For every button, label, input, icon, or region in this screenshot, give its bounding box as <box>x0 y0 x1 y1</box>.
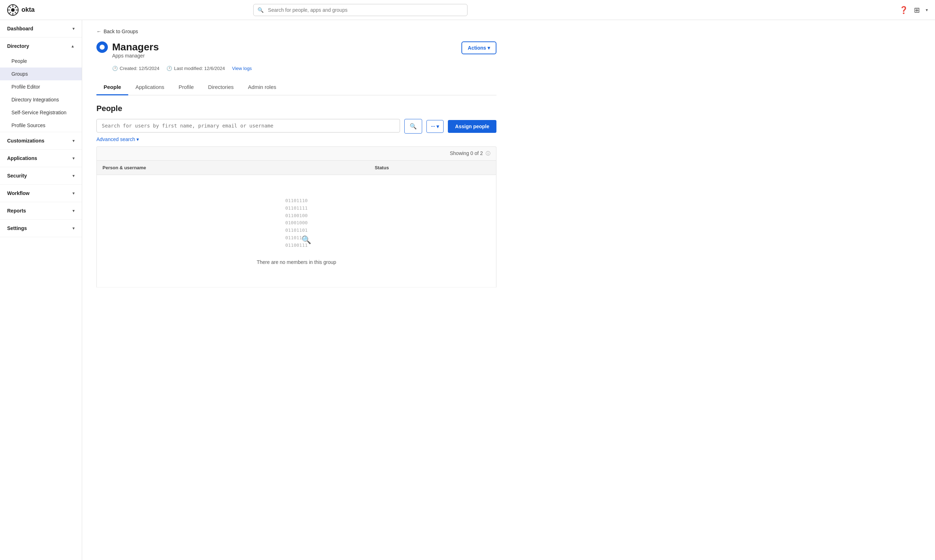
empty-state: 01101110 01101111 01100100 01001000 0110… <box>103 180 491 282</box>
applications-chevron: ▾ <box>72 156 75 161</box>
svg-line-6 <box>15 12 17 13</box>
tab-applications[interactable]: Applications <box>128 80 171 95</box>
sidebar-security-header[interactable]: Security ▾ <box>0 167 82 184</box>
sidebar-settings-header[interactable]: Settings ▾ <box>0 220 82 237</box>
workflow-label: Workflow <box>7 190 30 196</box>
search-input[interactable] <box>253 4 468 16</box>
tabs: People Applications Profile Directories … <box>97 80 497 95</box>
sidebar-item-directory-integrations[interactable]: Directory Integrations <box>0 93 82 106</box>
sidebar-section-settings: Settings ▾ <box>0 220 82 237</box>
sidebar-item-profile-editor[interactable]: Profile Editor <box>0 80 82 93</box>
workflow-chevron: ▾ <box>72 191 75 196</box>
assign-people-button[interactable]: Assign people <box>448 120 497 133</box>
directory-label: Directory <box>7 43 29 49</box>
created-meta: 🕐 Created: 12/5/2024 <box>112 66 159 71</box>
reports-label: Reports <box>7 208 26 214</box>
sidebar-customizations-header[interactable]: Customizations ▾ <box>0 132 82 149</box>
showing-count: Showing 0 of 2 <box>450 150 483 156</box>
grid-icon: ⊞ <box>914 6 920 14</box>
table-info-row: Showing 0 of 2 ⓘ <box>97 146 497 160</box>
modified-text: Last modified: 12/6/2024 <box>174 66 225 71</box>
group-icon <box>97 42 108 53</box>
people-table: Person & username Status 01101110 011011… <box>97 160 497 288</box>
help-button[interactable]: ❓ <box>899 6 908 14</box>
customizations-chevron: ▾ <box>72 138 75 143</box>
global-search[interactable]: 🔍 <box>253 4 468 16</box>
topnav: okta 🔍 ❓ ⊞ ▾ <box>0 0 935 20</box>
actions-button[interactable]: Actions ▾ <box>461 42 497 54</box>
okta-logo-svg <box>7 4 18 16</box>
dashboard-chevron: ▾ <box>72 26 75 31</box>
sidebar-section-customizations: Customizations ▾ <box>0 132 82 150</box>
sidebar-section-security: Security ▾ <box>0 167 82 185</box>
tab-profile[interactable]: Profile <box>171 80 201 95</box>
table-header-row: Person & username Status <box>97 161 497 175</box>
security-label: Security <box>7 173 27 178</box>
sidebar-section-reports: Reports ▾ <box>0 202 82 220</box>
svg-line-7 <box>15 6 17 8</box>
search-icon: 🔍 <box>257 7 264 13</box>
apps-grid-button[interactable]: ⊞ <box>914 6 920 14</box>
tab-admin-roles[interactable]: Admin roles <box>241 80 283 95</box>
sidebar-reports-header[interactable]: Reports ▾ <box>0 202 82 219</box>
clock-modified-icon: 🕐 <box>166 66 172 71</box>
empty-message: There are no members in this group <box>110 259 483 265</box>
sidebar-section-workflow: Workflow ▾ <box>0 185 82 202</box>
back-to-groups-link[interactable]: ← Back to Groups <box>97 29 497 34</box>
sidebar-applications-header[interactable]: Applications ▾ <box>0 150 82 167</box>
view-logs-link[interactable]: View logs <box>232 66 252 71</box>
applications-label: Applications <box>7 155 37 161</box>
directory-chevron: ▲ <box>71 44 75 48</box>
empty-binary-art: 01101110 01101111 01100100 01001000 0110… <box>285 197 308 249</box>
main-content: ← Back to Groups Managers Apps manager A… <box>82 20 935 560</box>
sidebar-item-groups[interactable]: Groups <box>0 68 82 80</box>
group-icon-inner <box>100 45 105 50</box>
svg-point-9 <box>11 8 15 12</box>
created-text: Created: 12/5/2024 <box>120 66 159 71</box>
settings-label: Settings <box>7 225 27 231</box>
tab-people[interactable]: People <box>97 80 128 95</box>
sidebar-dashboard-header[interactable]: Dashboard ▾ <box>0 20 82 37</box>
reports-chevron: ▾ <box>72 209 75 213</box>
group-description: Apps manager <box>112 53 159 58</box>
sidebar-item-profile-sources[interactable]: Profile Sources <box>0 119 82 132</box>
customizations-label: Customizations <box>7 138 44 143</box>
people-search-input[interactable] <box>97 119 400 132</box>
modified-meta: 🕐 Last modified: 12/6/2024 <box>166 66 225 71</box>
sidebar: Dashboard ▾ Directory ▲ People Groups Pr… <box>0 20 82 560</box>
tab-directories[interactable]: Directories <box>201 80 241 95</box>
sidebar-item-people[interactable]: People <box>0 55 82 68</box>
sidebar-directory-header[interactable]: Directory ▲ <box>0 37 82 55</box>
more-chevron-icon: ▾ <box>437 123 439 129</box>
dashboard-label: Dashboard <box>7 26 33 31</box>
people-search-button[interactable]: 🔍 <box>404 119 422 134</box>
svg-line-5 <box>9 6 11 8</box>
page-title-row: Managers <box>97 42 159 53</box>
sidebar-section-dashboard: Dashboard ▾ <box>0 20 82 37</box>
svg-line-8 <box>9 12 11 13</box>
back-arrow-icon: ← <box>97 29 101 34</box>
settings-chevron: ▾ <box>72 226 75 231</box>
page-header: Managers Apps manager Actions ▾ <box>97 42 497 63</box>
security-chevron: ▾ <box>72 174 75 178</box>
sidebar-workflow-header[interactable]: Workflow ▾ <box>0 185 82 202</box>
okta-logo[interactable]: okta <box>7 4 35 16</box>
sidebar-item-self-service[interactable]: Self-Service Registration <box>0 106 82 119</box>
advanced-search-toggle[interactable]: Advanced search ▾ <box>97 137 497 142</box>
col-person: Person & username <box>97 161 369 175</box>
clock-icon: 🕐 <box>112 66 118 71</box>
search-btn-icon: 🔍 <box>410 123 417 129</box>
search-bar: 🔍 ··· ▾ Assign people <box>97 119 497 134</box>
info-icon[interactable]: ⓘ <box>486 151 491 156</box>
sidebar-section-applications: Applications ▾ <box>0 150 82 167</box>
user-menu-chevron[interactable]: ▾ <box>926 8 928 12</box>
more-options-button[interactable]: ··· ▾ <box>426 120 444 133</box>
app-body: Dashboard ▾ Directory ▲ People Groups Pr… <box>0 20 935 560</box>
sidebar-section-directory: Directory ▲ People Groups Profile Editor… <box>0 37 82 132</box>
people-section-title: People <box>97 104 497 113</box>
page-title: Managers <box>112 42 159 53</box>
people-section: People 🔍 ··· ▾ Assign people <box>97 104 497 288</box>
topnav-right: ❓ ⊞ ▾ <box>899 6 928 14</box>
empty-search-icon: 🔍 <box>301 234 311 246</box>
help-icon: ❓ <box>899 6 908 14</box>
